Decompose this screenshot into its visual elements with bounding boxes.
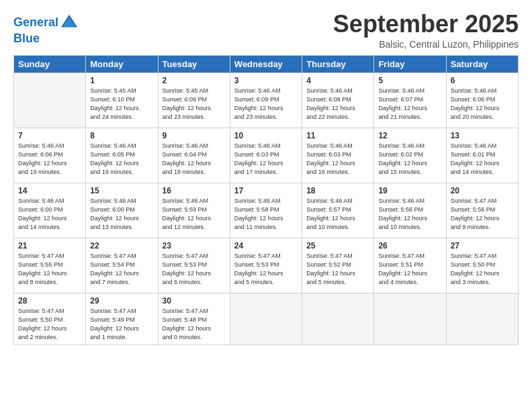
calendar-cell: 14Sunrise: 5:46 AM Sunset: 6:00 PM Dayli… bbox=[14, 183, 86, 238]
day-number: 7 bbox=[18, 131, 81, 140]
day-number: 29 bbox=[90, 296, 153, 306]
day-info: Sunrise: 5:47 AM Sunset: 5:50 PM Dayligh… bbox=[451, 252, 514, 287]
day-number: 8 bbox=[90, 131, 153, 140]
day-number: 18 bbox=[306, 186, 369, 195]
day-info: Sunrise: 5:47 AM Sunset: 5:54 PM Dayligh… bbox=[90, 252, 153, 287]
day-number: 27 bbox=[451, 241, 514, 250]
day-info: Sunrise: 5:46 AM Sunset: 6:00 PM Dayligh… bbox=[18, 197, 81, 232]
day-number: 10 bbox=[234, 131, 298, 140]
calendar-cell: 21Sunrise: 5:47 AM Sunset: 5:55 PM Dayli… bbox=[14, 238, 86, 293]
day-number: 28 bbox=[18, 296, 81, 306]
logo: General Blue bbox=[13, 13, 79, 46]
calendar-header-thursday: Thursday bbox=[302, 55, 374, 73]
day-number: 1 bbox=[90, 76, 153, 85]
calendar-week-1: 1Sunrise: 5:45 AM Sunset: 6:10 PM Daylig… bbox=[14, 73, 519, 128]
calendar-header-tuesday: Tuesday bbox=[158, 55, 230, 73]
day-info: Sunrise: 5:46 AM Sunset: 5:57 PM Dayligh… bbox=[306, 197, 369, 232]
day-number: 14 bbox=[18, 186, 81, 195]
calendar-cell: 26Sunrise: 5:47 AM Sunset: 5:51 PM Dayli… bbox=[374, 238, 446, 293]
month-title: September 2025 bbox=[333, 11, 519, 38]
calendar-cell bbox=[230, 293, 302, 345]
day-number: 13 bbox=[451, 131, 514, 140]
day-info: Sunrise: 5:46 AM Sunset: 6:09 PM Dayligh… bbox=[234, 87, 298, 122]
calendar-cell: 22Sunrise: 5:47 AM Sunset: 5:54 PM Dayli… bbox=[86, 238, 158, 293]
day-number: 24 bbox=[234, 241, 298, 250]
calendar-cell: 30Sunrise: 5:47 AM Sunset: 5:48 PM Dayli… bbox=[158, 293, 230, 345]
day-info: Sunrise: 5:46 AM Sunset: 6:03 PM Dayligh… bbox=[306, 142, 369, 177]
calendar-header-saturday: Saturday bbox=[446, 55, 518, 73]
day-number: 15 bbox=[90, 186, 153, 195]
day-number: 23 bbox=[163, 241, 226, 250]
day-number: 11 bbox=[306, 131, 369, 140]
calendar-header-sunday: Sunday bbox=[14, 55, 86, 73]
calendar-cell: 7Sunrise: 5:46 AM Sunset: 6:06 PM Daylig… bbox=[14, 128, 86, 183]
day-number: 30 bbox=[163, 296, 226, 306]
day-number: 21 bbox=[18, 241, 81, 250]
day-info: Sunrise: 5:47 AM Sunset: 5:53 PM Dayligh… bbox=[163, 252, 226, 287]
day-number: 3 bbox=[234, 76, 298, 85]
calendar-cell: 23Sunrise: 5:47 AM Sunset: 5:53 PM Dayli… bbox=[158, 238, 230, 293]
day-number: 19 bbox=[378, 186, 441, 195]
day-number: 9 bbox=[163, 131, 226, 140]
day-info: Sunrise: 5:47 AM Sunset: 5:55 PM Dayligh… bbox=[18, 252, 81, 287]
calendar-cell: 2Sunrise: 5:45 AM Sunset: 6:09 PM Daylig… bbox=[158, 73, 230, 128]
day-number: 20 bbox=[451, 186, 514, 195]
calendar-cell: 17Sunrise: 5:46 AM Sunset: 5:58 PM Dayli… bbox=[230, 183, 302, 238]
day-info: Sunrise: 5:46 AM Sunset: 6:05 PM Dayligh… bbox=[90, 142, 153, 177]
calendar-cell: 29Sunrise: 5:47 AM Sunset: 5:49 PM Dayli… bbox=[86, 293, 158, 345]
day-info: Sunrise: 5:46 AM Sunset: 6:03 PM Dayligh… bbox=[234, 142, 298, 177]
header: General Blue September 2025 Balsic, Cent… bbox=[13, 11, 519, 50]
calendar-cell: 16Sunrise: 5:46 AM Sunset: 5:59 PM Dayli… bbox=[158, 183, 230, 238]
day-info: Sunrise: 5:46 AM Sunset: 5:58 PM Dayligh… bbox=[234, 197, 298, 232]
calendar-cell: 13Sunrise: 5:46 AM Sunset: 6:01 PM Dayli… bbox=[446, 128, 518, 183]
calendar-week-5: 28Sunrise: 5:47 AM Sunset: 5:50 PM Dayli… bbox=[14, 293, 519, 345]
calendar-header-wednesday: Wednesday bbox=[230, 55, 302, 73]
day-info: Sunrise: 5:45 AM Sunset: 6:09 PM Dayligh… bbox=[163, 87, 226, 122]
calendar-cell: 18Sunrise: 5:46 AM Sunset: 5:57 PM Dayli… bbox=[302, 183, 374, 238]
calendar-cell bbox=[14, 73, 86, 128]
calendar-header-friday: Friday bbox=[374, 55, 446, 73]
logo-text2: Blue bbox=[13, 32, 79, 46]
calendar-week-2: 7Sunrise: 5:46 AM Sunset: 6:06 PM Daylig… bbox=[14, 128, 519, 183]
day-info: Sunrise: 5:47 AM Sunset: 5:49 PM Dayligh… bbox=[90, 307, 153, 342]
day-info: Sunrise: 5:46 AM Sunset: 5:56 PM Dayligh… bbox=[378, 197, 441, 232]
day-number: 16 bbox=[163, 186, 226, 195]
day-info: Sunrise: 5:47 AM Sunset: 5:50 PM Dayligh… bbox=[18, 307, 81, 342]
calendar-cell: 19Sunrise: 5:46 AM Sunset: 5:56 PM Dayli… bbox=[374, 183, 446, 238]
day-info: Sunrise: 5:46 AM Sunset: 6:01 PM Dayligh… bbox=[451, 142, 514, 177]
day-info: Sunrise: 5:46 AM Sunset: 6:02 PM Dayligh… bbox=[378, 142, 441, 177]
calendar-cell: 25Sunrise: 5:47 AM Sunset: 5:52 PM Dayli… bbox=[302, 238, 374, 293]
day-info: Sunrise: 5:47 AM Sunset: 5:53 PM Dayligh… bbox=[234, 252, 298, 287]
day-info: Sunrise: 5:45 AM Sunset: 6:10 PM Dayligh… bbox=[90, 87, 153, 122]
calendar-week-3: 14Sunrise: 5:46 AM Sunset: 6:00 PM Dayli… bbox=[14, 183, 519, 238]
calendar-header-row: SundayMondayTuesdayWednesdayThursdayFrid… bbox=[14, 55, 519, 73]
calendar-cell: 24Sunrise: 5:47 AM Sunset: 5:53 PM Dayli… bbox=[230, 238, 302, 293]
logo-text: General bbox=[13, 13, 79, 32]
calendar-cell: 1Sunrise: 5:45 AM Sunset: 6:10 PM Daylig… bbox=[86, 73, 158, 128]
calendar-cell bbox=[446, 293, 518, 345]
day-info: Sunrise: 5:46 AM Sunset: 5:59 PM Dayligh… bbox=[163, 197, 226, 232]
day-number: 25 bbox=[306, 241, 369, 250]
calendar-cell: 15Sunrise: 5:46 AM Sunset: 6:00 PM Dayli… bbox=[86, 183, 158, 238]
title-block: September 2025 Balsic, Central Luzon, Ph… bbox=[333, 11, 519, 50]
day-number: 4 bbox=[306, 76, 369, 85]
calendar-week-4: 21Sunrise: 5:47 AM Sunset: 5:55 PM Dayli… bbox=[14, 238, 519, 293]
day-info: Sunrise: 5:46 AM Sunset: 6:04 PM Dayligh… bbox=[163, 142, 226, 177]
day-info: Sunrise: 5:47 AM Sunset: 5:51 PM Dayligh… bbox=[378, 252, 441, 287]
day-info: Sunrise: 5:47 AM Sunset: 5:52 PM Dayligh… bbox=[306, 252, 369, 287]
day-number: 22 bbox=[90, 241, 153, 250]
day-info: Sunrise: 5:47 AM Sunset: 5:48 PM Dayligh… bbox=[163, 307, 226, 342]
calendar-cell: 11Sunrise: 5:46 AM Sunset: 6:03 PM Dayli… bbox=[302, 128, 374, 183]
day-number: 17 bbox=[234, 186, 298, 195]
day-info: Sunrise: 5:47 AM Sunset: 5:56 PM Dayligh… bbox=[451, 197, 514, 232]
calendar-cell bbox=[302, 293, 374, 345]
day-number: 12 bbox=[378, 131, 441, 140]
day-number: 2 bbox=[163, 76, 226, 85]
calendar-cell: 27Sunrise: 5:47 AM Sunset: 5:50 PM Dayli… bbox=[446, 238, 518, 293]
day-number: 6 bbox=[451, 76, 514, 85]
calendar-cell: 5Sunrise: 5:46 AM Sunset: 6:07 PM Daylig… bbox=[374, 73, 446, 128]
calendar-cell: 28Sunrise: 5:47 AM Sunset: 5:50 PM Dayli… bbox=[14, 293, 86, 345]
day-info: Sunrise: 5:46 AM Sunset: 6:08 PM Dayligh… bbox=[306, 87, 369, 122]
calendar-cell: 3Sunrise: 5:46 AM Sunset: 6:09 PM Daylig… bbox=[230, 73, 302, 128]
calendar-cell: 12Sunrise: 5:46 AM Sunset: 6:02 PM Dayli… bbox=[374, 128, 446, 183]
